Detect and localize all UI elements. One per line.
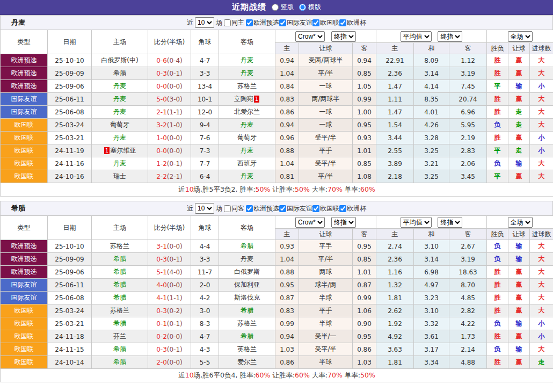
home-team[interactable]: 希腊 xyxy=(92,253,148,266)
match-score[interactable]: 2-0(0-0) xyxy=(148,356,191,369)
final-index-select[interactable]: 终指 xyxy=(331,217,356,228)
competition-filter[interactable]: 欧洲预选 xyxy=(246,18,279,27)
home-team[interactable]: 希腊 xyxy=(92,356,148,369)
same-venue-filter[interactable]: 同客 xyxy=(224,204,244,213)
away-team[interactable]: 葡萄牙 xyxy=(219,132,275,144)
match-score[interactable]: 4-1(1-1) xyxy=(148,292,191,304)
away-team[interactable]: 丹麦 xyxy=(219,253,275,266)
home-team[interactable]: 希腊 xyxy=(92,266,148,279)
away-team[interactable]: 丹麦 xyxy=(219,67,275,80)
competition-filter[interactable]: 欧洲预选 xyxy=(246,204,279,213)
match-score[interactable]: 2-2(2-1) xyxy=(148,170,191,183)
home-team[interactable]: 希腊 xyxy=(92,317,148,330)
avg-draw-odds: 3.23 xyxy=(414,292,449,304)
away-team[interactable]: 苏格兰 xyxy=(219,317,275,330)
home-team[interactable]: 希腊 xyxy=(92,279,148,292)
match-score[interactable]: 1-2(0-1) xyxy=(148,157,191,170)
competition-filter[interactable]: 欧洲杯 xyxy=(339,204,366,213)
match-score[interactable]: 0-0(0-0) xyxy=(148,80,191,93)
home-team[interactable]: 丹麦 xyxy=(92,106,148,119)
odds-provider-select[interactable]: Crow* xyxy=(295,217,325,228)
same-venue-filter[interactable]: 同主 xyxy=(224,18,244,27)
final-index-select-2[interactable]: 终指 xyxy=(438,31,462,42)
away-team[interactable]: 西班牙 xyxy=(219,157,275,170)
away-team[interactable]: 丹麦 xyxy=(219,170,275,183)
competition-checkbox[interactable] xyxy=(339,205,346,212)
match-score[interactable]: 2-1(1-1) xyxy=(148,106,191,119)
home-team[interactable]: 白俄罗斯(中) xyxy=(92,54,148,67)
average-select[interactable]: 平均值 xyxy=(401,217,432,228)
home-team[interactable]: 1塞尔维亚 xyxy=(92,144,148,157)
match-score[interactable]: 0-0(0-0) xyxy=(148,144,191,157)
match-score[interactable]: 0-3(0-2) xyxy=(148,304,191,317)
away-team[interactable]: 丹麦 xyxy=(219,119,275,132)
home-team[interactable]: 苏格兰 xyxy=(92,304,148,317)
layout-radio-horizontal[interactable]: 横版 xyxy=(299,3,321,12)
home-team[interactable]: 丹麦 xyxy=(92,80,148,93)
away-team[interactable]: 立陶宛1 xyxy=(219,93,275,106)
col-let-away: 客 xyxy=(353,43,376,54)
home-team[interactable]: 丹麦 xyxy=(92,157,148,170)
away-team[interactable]: 白俄罗斯 xyxy=(219,266,275,279)
odds-provider-select[interactable]: Crow* xyxy=(295,31,325,42)
match-score[interactable]: 0-6(0-4) xyxy=(148,54,191,67)
fullmatch-select[interactable]: 全场 xyxy=(508,217,533,228)
competition-checkbox[interactable] xyxy=(246,205,253,212)
final-index-select[interactable]: 终指 xyxy=(331,31,356,42)
match-score[interactable]: 0-1(0-1) xyxy=(148,317,191,330)
away-team[interactable]: 北爱尔兰 xyxy=(219,106,275,119)
away-team[interactable]: 希腊 xyxy=(219,240,275,253)
average-select[interactable]: 平均值 xyxy=(401,31,432,42)
home-team[interactable]: 芬兰 xyxy=(92,330,148,343)
home-team[interactable]: 希腊 xyxy=(92,67,148,80)
competition-checkbox[interactable] xyxy=(279,19,286,26)
competition-filter[interactable]: 欧国联 xyxy=(312,18,339,27)
home-team[interactable]: 丹麦 xyxy=(92,93,148,106)
competition-filter[interactable]: 国际友谊 xyxy=(279,18,312,27)
fullmatch-select[interactable]: 全场 xyxy=(508,31,533,42)
competition-filter[interactable]: 欧国联 xyxy=(312,204,339,213)
competition-checkbox[interactable] xyxy=(339,19,346,26)
away-team[interactable]: 英格兰 xyxy=(219,343,275,356)
match-score[interactable]: 5-0(3-0) xyxy=(148,93,191,106)
away-team[interactable]: 丹麦 xyxy=(219,144,275,157)
away-team[interactable]: 斯洛伐克 xyxy=(219,292,275,304)
avg-away-odds: 5.95 xyxy=(449,119,487,132)
away-team[interactable]: 爱尔兰 xyxy=(219,356,275,369)
match-score[interactable]: 5-1(4-0) xyxy=(148,266,191,279)
competition-checkbox[interactable] xyxy=(279,205,286,212)
home-team[interactable]: 苏格兰 xyxy=(92,240,148,253)
away-team[interactable]: 希腊 xyxy=(219,330,275,343)
home-team[interactable]: 希腊 xyxy=(92,292,148,304)
competition-checkbox[interactable] xyxy=(312,205,319,212)
home-team[interactable]: 瑞士 xyxy=(92,170,148,183)
match-score[interactable]: 3-1(0-0) xyxy=(148,240,191,253)
match-score[interactable]: 0-3(0-1) xyxy=(148,343,191,356)
match-count-select[interactable]: 10 xyxy=(195,17,214,28)
home-team[interactable]: 希腊 xyxy=(92,343,148,356)
match-score[interactable]: 0-3(0-1) xyxy=(148,253,191,266)
handicap-home-odds: 0.94 xyxy=(275,54,299,67)
home-team[interactable]: 葡萄牙 xyxy=(92,119,148,132)
match-score[interactable]: 0-3(0-1) xyxy=(148,67,191,80)
away-team[interactable]: 希腊 xyxy=(219,304,275,317)
match-score[interactable]: 4-0(0-0) xyxy=(148,279,191,292)
competition-checkbox[interactable] xyxy=(312,19,319,26)
same-venue-checkbox[interactable] xyxy=(224,19,231,26)
match-score[interactable]: 0-2(0-0) xyxy=(148,330,191,343)
away-team[interactable]: 苏格兰 xyxy=(219,80,275,93)
same-venue-checkbox[interactable] xyxy=(224,205,231,212)
competition-checkbox[interactable] xyxy=(246,19,253,26)
layout-radio-vertical[interactable]: 竖版 xyxy=(272,3,294,12)
away-team[interactable]: 丹麦 xyxy=(219,54,275,67)
match-count-select[interactable]: 10 xyxy=(195,203,214,214)
match-score[interactable]: 1-0(0-0) xyxy=(148,132,191,144)
final-index-select-2[interactable]: 终指 xyxy=(438,217,462,228)
away-team[interactable]: 保加利亚 xyxy=(219,279,275,292)
match-score[interactable]: 3-2(1-0) xyxy=(148,119,191,132)
horizontal-radio-input[interactable] xyxy=(299,4,306,11)
competition-filter[interactable]: 国际友谊 xyxy=(279,204,312,213)
competition-filter[interactable]: 欧洲杯 xyxy=(339,18,366,27)
home-team[interactable]: 丹麦 xyxy=(92,132,148,144)
vertical-radio-input[interactable] xyxy=(272,4,279,11)
